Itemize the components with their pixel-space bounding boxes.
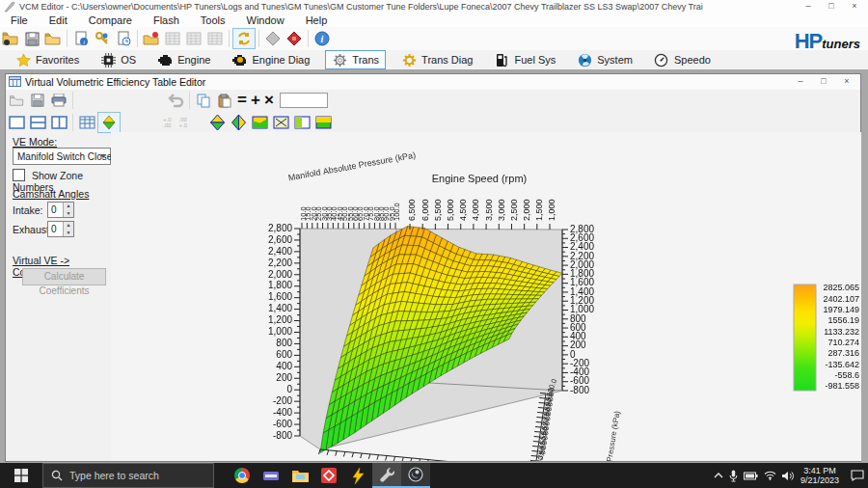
graph-grid-top-button[interactable] [312, 113, 334, 132]
editor-maximize-button[interactable]: □ [812, 75, 835, 88]
menu-window[interactable]: Window [236, 14, 295, 26]
menu-help[interactable]: Help [295, 14, 339, 26]
graph-grid-x-button[interactable] [270, 113, 291, 132]
start-button[interactable] [0, 463, 42, 488]
taskbar-dash-button[interactable] [257, 463, 285, 488]
exhaust-label: Exhaust: [13, 224, 52, 235]
gear-outline-icon [332, 52, 347, 68]
down-arrow-icon[interactable]: ▼ [64, 230, 73, 237]
close-file-button[interactable] [42, 29, 64, 48]
tab-engine[interactable]: Engine [151, 51, 216, 68]
tab-favorites[interactable]: Favorites [10, 51, 85, 68]
graph-grid-half-button[interactable] [291, 113, 312, 132]
taskbar-chrome-button[interactable] [228, 463, 257, 488]
copy-button[interactable] [193, 91, 214, 110]
menu-edit[interactable]: Edit [39, 14, 78, 26]
open-file-button[interactable] [0, 29, 21, 48]
graph-contour-button[interactable] [249, 113, 270, 132]
graph-surface-button[interactable] [206, 113, 228, 132]
new-folder-button[interactable] [141, 29, 162, 48]
read-vehicle-button[interactable] [262, 29, 284, 48]
menu-flash[interactable]: Flash [143, 14, 190, 26]
show-zones-checkbox[interactable] [13, 169, 25, 181]
search-placeholder: Type here to search [69, 470, 159, 481]
print-button[interactable] [48, 91, 69, 110]
intake-stepper[interactable]: 0 ▲▼ [47, 202, 74, 218]
tab-trans-diag[interactable]: Trans Diag [395, 51, 478, 68]
paste-button[interactable] [214, 91, 235, 110]
view-3d-graph-button[interactable] [97, 112, 121, 133]
tab-os[interactable]: OS [95, 51, 142, 68]
ve-mode-label: VE Mode: [13, 136, 57, 148]
write-vehicle-button[interactable] [284, 29, 305, 48]
tray-chevron-up-icon[interactable] [714, 472, 723, 479]
up-arrow-icon[interactable]: ▲ [64, 203, 73, 210]
main-toolbar: i i [0, 27, 868, 51]
multiply-button[interactable]: × [264, 92, 274, 109]
wifi-icon[interactable] [764, 471, 776, 480]
taskbar-remote-button[interactable] [314, 463, 343, 488]
taskbar-bolt-button[interactable] [343, 463, 372, 488]
window-title: VCM Editor - C:\Users\owner\Documents\HP… [19, 2, 703, 12]
table-view-button-3[interactable] [204, 29, 226, 48]
table-view-button-2[interactable] [183, 29, 204, 48]
tab-label: Trans [352, 54, 379, 66]
tab-system[interactable]: System [571, 51, 638, 68]
save-file-button[interactable] [21, 29, 42, 48]
editor-close-button[interactable]: × [835, 75, 858, 88]
file-history-button[interactable] [113, 29, 134, 48]
menu-file[interactable]: File [0, 14, 39, 26]
table-view-button-1[interactable] [162, 29, 183, 48]
tab-speedo[interactable]: Speedo [648, 51, 717, 68]
minimize-button[interactable]: – [797, 0, 820, 13]
menu-tools[interactable]: Tools [190, 14, 236, 26]
taskbar-hptuners-button[interactable] [372, 463, 401, 488]
stepper-arrows[interactable]: ▲▼ [63, 203, 73, 217]
license-key-button[interactable] [92, 29, 113, 48]
taskbar-explorer-button[interactable] [285, 463, 314, 488]
view-split-horizontal-button[interactable] [27, 113, 48, 132]
stepper-arrows[interactable]: ▲▼ [63, 222, 73, 236]
info-button[interactable]: i [312, 29, 333, 48]
increase-decimals-button[interactable]: .00 +.0 [179, 117, 188, 128]
speaker-icon[interactable] [782, 471, 795, 481]
tab-trans[interactable]: Trans [325, 50, 386, 69]
up-arrow-icon[interactable]: ▲ [64, 222, 73, 230]
view-split-vertical-button[interactable] [48, 113, 69, 132]
graph-surface-split-button[interactable] [228, 113, 249, 132]
fan-icon [577, 52, 592, 68]
tab-fuel-sys[interactable]: Fuel Sys [488, 51, 561, 68]
microphone-icon[interactable] [729, 470, 738, 482]
tab-engine-diag[interactable]: Engine Diag [226, 51, 315, 68]
taskbar: Type here to search 3:41 PM 9/21/2023 [0, 463, 868, 488]
editor-save-button[interactable] [27, 91, 48, 110]
ve-surface-chart[interactable] [111, 132, 861, 461]
set-equal-button[interactable]: = [237, 92, 247, 109]
exhaust-stepper[interactable]: 0 ▲▼ [47, 221, 74, 237]
clock-date: 9/21/2023 [800, 475, 839, 485]
add-button[interactable]: + [251, 92, 260, 109]
taskbar-obs-button[interactable] [401, 463, 430, 488]
ve-mode-select[interactable]: Manifold Switch Closed [13, 148, 111, 165]
math-value-input[interactable] [280, 93, 328, 108]
editor-minimize-button[interactable]: – [789, 75, 812, 88]
decrease-decimals-button[interactable]: +.0 .00 [163, 117, 172, 128]
view-single-button[interactable] [6, 113, 27, 132]
vehicle-info-button[interactable]: i [70, 29, 92, 48]
dash-icon [263, 472, 279, 480]
maximize-button[interactable]: □ [820, 0, 843, 13]
down-arrow-icon[interactable]: ▼ [64, 210, 73, 218]
action-center-icon[interactable] [851, 470, 864, 481]
menu-compare[interactable]: Compare [78, 14, 143, 26]
compare-button[interactable] [232, 28, 256, 49]
undo-button[interactable] [165, 91, 186, 110]
taskbar-search-input[interactable]: Type here to search [42, 463, 214, 488]
close-button[interactable]: × [843, 0, 866, 13]
battery-icon[interactable] [744, 472, 758, 480]
editor-open-button[interactable] [6, 91, 27, 110]
chip-icon [100, 52, 116, 68]
view-table-button[interactable] [76, 113, 97, 132]
taskbar-clock[interactable]: 3:41 PM 9/21/2023 [800, 466, 839, 485]
editor-titlebar: Virtual Volumetric Efficiency Table Edit… [6, 74, 860, 90]
tab-label: Fuel Sys [514, 54, 556, 66]
